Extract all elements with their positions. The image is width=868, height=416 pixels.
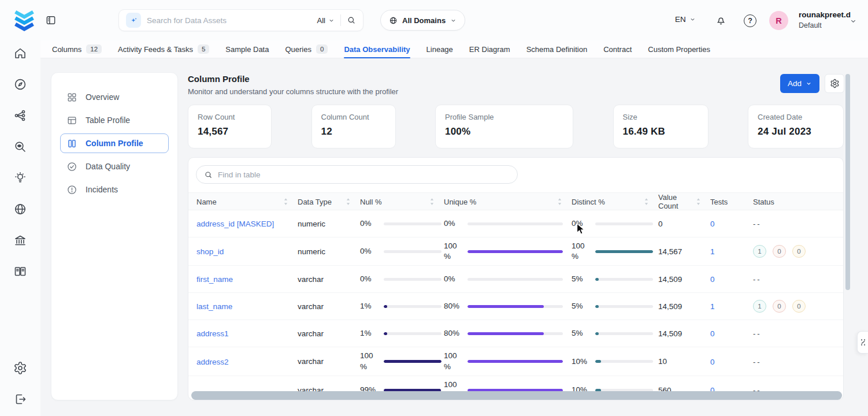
logout-icon[interactable] (13, 392, 27, 406)
explore-icon[interactable] (13, 77, 27, 91)
help-glyph: ? (748, 17, 752, 25)
distinct-percent-value: 5% (572, 328, 592, 339)
tab-data-observability[interactable]: Data Observability (344, 40, 410, 58)
settings-icon[interactable] (13, 361, 27, 375)
table-body: address_id [MASKED]numeric0%0%0%00--shop… (188, 210, 843, 400)
app-logo-icon[interactable] (11, 7, 38, 34)
help-icon[interactable]: ? (744, 14, 756, 27)
column-name-link[interactable]: last_name (196, 302, 232, 311)
column-name-link[interactable]: address1 (196, 329, 229, 338)
status-cell: -- (753, 328, 843, 339)
unique-percent-value: 80% (444, 301, 465, 311)
subnav-item-table-profile[interactable]: Table Profile (51, 109, 177, 132)
tab-contract[interactable]: Contract (603, 40, 632, 58)
null-progress-fill (384, 332, 387, 335)
chevron-down-icon (689, 16, 696, 23)
stat-card-size: Size16.49 KB (613, 105, 709, 148)
all-domains-dropdown[interactable]: All Domains (380, 10, 465, 31)
status-cell: 100 (753, 245, 843, 258)
tab-sample-data[interactable]: Sample Data (225, 40, 269, 58)
profiler-settings-button[interactable] (825, 74, 844, 93)
notifications-bell-icon[interactable] (715, 14, 726, 27)
tests-link[interactable]: 0 (710, 329, 715, 338)
stat-value: 100% (445, 126, 563, 138)
tab-custom-properties[interactable]: Custom Properties (648, 40, 710, 58)
null-progress-bar (384, 250, 442, 253)
horizontal-scrollbar[interactable] (191, 391, 842, 400)
search-divider (340, 14, 341, 26)
tab-queries[interactable]: Queries0 (285, 40, 328, 58)
column-header-name[interactable]: Name (196, 198, 298, 206)
column-name-link[interactable]: address_id [MASKED] (196, 220, 274, 228)
domains-icon[interactable] (13, 202, 27, 216)
column-header-unique[interactable]: Unique % (444, 198, 572, 206)
add-button-label: Add (788, 79, 802, 88)
tab-lineage[interactable]: Lineage (426, 40, 453, 58)
sort-icon[interactable] (696, 198, 701, 206)
data-type-cell: varchar (298, 357, 360, 366)
subnav-item-column-profile[interactable]: Column Profile (60, 133, 169, 153)
avatar[interactable]: R (769, 11, 788, 30)
column-header-distinct[interactable]: Distinct % (572, 198, 658, 206)
search-icon[interactable] (347, 16, 356, 25)
tab-activity-feeds-tasks[interactable]: Activity Feeds & Tasks5 (118, 40, 209, 58)
status-cell: -- (753, 356, 843, 367)
user-menu-chevron-icon[interactable] (850, 17, 857, 25)
subnav-item-overview[interactable]: Overview (51, 86, 177, 109)
govern-icon[interactable] (13, 233, 27, 247)
null-percent-value: 100 % (360, 351, 381, 372)
sidebar-toggle-icon[interactable] (45, 14, 57, 26)
tests-cell: 0 (710, 328, 753, 339)
chevron-down-icon (328, 17, 335, 24)
global-search-input[interactable]: Search for Data Assets All (118, 9, 363, 31)
sort-icon[interactable] (346, 198, 351, 206)
home-icon[interactable] (13, 46, 27, 60)
tab-label: Contract (603, 45, 632, 54)
right-panel-collapse-handle[interactable] (857, 331, 868, 354)
tests-cell: 1 (710, 246, 753, 257)
sort-icon[interactable] (644, 198, 649, 206)
subnav-item-incidents[interactable]: Incidents (51, 178, 177, 201)
unique-progress-fill (468, 250, 563, 253)
page-subtitle: Monitor and understand your columns stru… (188, 87, 398, 96)
distinct-percent-cell: 100 % (572, 241, 658, 262)
language-dropdown[interactable]: EN (675, 15, 696, 24)
status-cell: -- (753, 218, 843, 229)
tests-link[interactable]: 1 (710, 247, 715, 256)
sort-icon[interactable] (283, 198, 288, 206)
tab-columns[interactable]: Columns12 (52, 40, 102, 58)
subnav-item-data-quality[interactable]: Data Quality (51, 155, 177, 178)
find-in-table-input[interactable]: Find in table (196, 165, 518, 184)
column-name-link[interactable]: shop_id (196, 247, 224, 256)
sort-icon[interactable] (429, 198, 435, 206)
vertical-scrollbar[interactable] (845, 74, 850, 290)
unique-progress-fill (468, 305, 544, 308)
tab-schema-definition[interactable]: Schema Definition (526, 40, 588, 58)
stat-value: 12 (321, 126, 386, 138)
unique-percent-value: 100 % (444, 241, 465, 262)
sort-icon[interactable] (557, 198, 562, 206)
column-header-null[interactable]: Null % (360, 198, 444, 206)
tests-link[interactable]: 0 (710, 275, 715, 284)
lineage-icon[interactable] (13, 109, 27, 122)
column-name-link[interactable]: address2 (196, 358, 229, 366)
observability-icon[interactable] (13, 140, 27, 154)
tab-er-diagram[interactable]: ER Diagram (469, 40, 510, 58)
column-header-data-type[interactable]: Data Type (298, 198, 360, 206)
add-button[interactable]: Add (780, 74, 819, 93)
unique-percent-cell: 100 % (444, 241, 572, 262)
table-row: address_id [MASKED]numeric0%0%0%00-- (188, 210, 843, 237)
tests-link[interactable]: 0 (710, 358, 715, 366)
unique-progress-bar (468, 250, 563, 253)
insights-icon[interactable] (13, 171, 27, 185)
null-percent-value: 1% (360, 328, 381, 339)
column-name-link[interactable]: first_name (196, 275, 233, 284)
search-scope-dropdown[interactable]: All (317, 16, 335, 25)
tests-link[interactable]: 1 (710, 302, 715, 311)
column-name-cell: address1 (196, 328, 298, 339)
glossary-icon[interactable] (13, 265, 27, 278)
ai-sparkle-icon (126, 13, 141, 28)
tests-link[interactable]: 0 (710, 220, 715, 228)
tests-cell: 1 (710, 301, 753, 311)
column-header-value-count[interactable]: Value Count (658, 193, 710, 210)
